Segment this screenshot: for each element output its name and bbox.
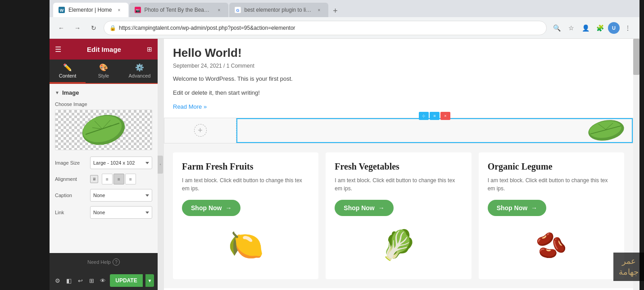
align-right-button[interactable]: ≡ <box>125 174 136 184</box>
align-center-button[interactable]: ≡ <box>113 174 124 184</box>
sidebar-bottom: ⚙ ◧ ↩ ⊞ 👁 UPDATE ▼ <box>50 271 158 290</box>
toolbar-move-button[interactable]: ⊹ <box>419 112 429 120</box>
address-bar: ← → ↻ 🔒 https://campingtalent.com/wp-adm… <box>50 17 639 39</box>
toolbar-settings-button[interactable]: ≡ <box>430 112 440 120</box>
alignment-monitor-icon: 🖥 <box>90 175 98 183</box>
browser-icons: 🔍 ☆ 👤 🧩 U ⋮ <box>550 22 634 34</box>
leaf-preview-svg <box>79 112 128 148</box>
content-icon: ✏️ <box>63 63 72 72</box>
image-size-label: Image Size <box>55 160 86 166</box>
shop-now-label-fruits: Shop Now <box>191 204 222 212</box>
advanced-icon: ⚙️ <box>135 63 144 72</box>
tab-favicon-wp: W <box>59 7 65 13</box>
caption-select[interactable]: None <box>90 189 152 202</box>
product-image-vegetables: 🥬 <box>335 221 462 270</box>
tab-advanced[interactable]: ⚙️ Advanced <box>122 60 158 83</box>
tab-google[interactable]: G best elementor plugin to list pos... × <box>229 3 328 17</box>
forward-button[interactable]: → <box>71 22 84 34</box>
fruit-emoji: 🍋 <box>228 228 264 262</box>
settings-icon[interactable]: ⚙ <box>53 275 62 286</box>
image-size-row: Image Size Large - 1024 x 102 <box>55 157 152 169</box>
image-size-select[interactable]: Large - 1024 x 102 <box>90 157 152 169</box>
alignment-row: Alignment 🖥 ≡ ≡ ≡ <box>55 174 152 184</box>
preview-icon[interactable]: 👁 <box>99 275 107 286</box>
grid-icon[interactable]: ⊞ <box>147 46 152 53</box>
tab-title-google: best elementor plugin to list pos... <box>245 7 312 13</box>
tab-advanced-label: Advanced <box>129 73 151 78</box>
bookmark-icon[interactable]: ☆ <box>565 22 577 34</box>
align-left-button[interactable]: ≡ <box>102 174 113 184</box>
products-section: Farm Fresh Fruits I am text block. Click… <box>164 143 633 288</box>
product-desc-fruits: I am text block. Click edit button to ch… <box>182 176 309 193</box>
menu-icon[interactable]: ⋮ <box>621 22 634 34</box>
url-text: https://campingtalent.com/wp-admin/post.… <box>119 25 295 31</box>
image-section-header: ▼ Image <box>55 89 152 96</box>
leaf-section: + ⊹ ≡ × <box>164 118 633 143</box>
sidebar-header: ☰ Edit Image ⊞ <box>50 39 158 60</box>
link-label: Link <box>55 210 86 215</box>
tab-close-elementor[interactable]: × <box>116 6 123 14</box>
content-area: ‹ Hello World! September 24, 2021 / 1 Co… <box>158 39 639 290</box>
tab-content[interactable]: ✏️ Content <box>50 60 86 83</box>
alignment-label: Alignment <box>55 176 86 182</box>
shop-now-button-legume[interactable]: Shop Now → <box>488 200 546 216</box>
image-section-label: Image <box>62 89 79 96</box>
post-meta: September 24, 2021 / 1 Comment <box>173 63 624 69</box>
leaf-column[interactable]: ⊹ ≡ × <box>236 118 633 143</box>
extensions-icon[interactable]: 🧩 <box>594 22 606 34</box>
sidebar-content: ▼ Image Choose Image <box>50 84 158 253</box>
tab-elementor[interactable]: W Elementor | Home × <box>53 3 128 17</box>
shop-arrow-legume: → <box>531 204 537 212</box>
tab-title-photo: Photo of Tent By the Beach - Fre... <box>145 7 212 13</box>
watermark-line2: جهامة <box>619 267 639 277</box>
search-icon[interactable]: 🔍 <box>550 22 563 34</box>
tab-favicon-photo: 📷 <box>135 7 141 13</box>
undo-icon[interactable]: ↩ <box>76 275 85 286</box>
browser-window: W Elementor | Home × 📷 Photo of Tent By … <box>50 0 639 290</box>
align-buttons: ≡ ≡ ≡ <box>102 174 136 184</box>
back-button[interactable]: ← <box>55 22 68 34</box>
collapse-handle[interactable]: ‹ <box>158 156 163 174</box>
tab-style[interactable]: 🎨 Style <box>86 60 122 83</box>
shop-now-button-vegetables[interactable]: Shop Now → <box>335 200 393 216</box>
svg-text:📷: 📷 <box>136 8 140 13</box>
tab-favicon-google: G <box>235 7 241 13</box>
tab-content-label: Content <box>59 73 77 78</box>
link-select[interactable]: None <box>90 206 152 219</box>
toolbar-close-button[interactable]: × <box>440 112 450 120</box>
tab-photo[interactable]: 📷 Photo of Tent By the Beach - Fre... × <box>129 3 228 17</box>
layers-icon[interactable]: ◧ <box>64 275 73 286</box>
main-layout: ☰ Edit Image ⊞ ✏️ Content 🎨 Style ⚙️ Adv… <box>50 39 639 290</box>
need-help-section: Need Help ? <box>50 253 158 271</box>
tab-style-label: Style <box>98 73 109 78</box>
hamburger-icon[interactable]: ☰ <box>55 45 61 54</box>
profile-icon[interactable]: 👤 <box>579 22 592 34</box>
post-content-line1: Welcome to WordPress. This is your first… <box>173 74 624 84</box>
scroll-thumb[interactable] <box>633 39 639 75</box>
update-arrow-button[interactable]: ▼ <box>145 274 154 287</box>
refresh-button[interactable]: ↻ <box>87 22 100 34</box>
update-button[interactable]: UPDATE <box>110 274 142 287</box>
help-icon[interactable]: ? <box>113 258 120 266</box>
new-tab-button[interactable]: + <box>329 5 342 17</box>
history-icon[interactable]: ⊞ <box>87 275 96 286</box>
post-content-line2: Edit or delete it, then start writing! <box>173 88 624 98</box>
image-preview[interactable] <box>55 110 152 150</box>
need-help-label: Need Help <box>87 259 111 265</box>
tab-close-photo[interactable]: × <box>216 6 223 14</box>
sidebar: ☰ Edit Image ⊞ ✏️ Content 🎨 Style ⚙️ Adv… <box>50 39 158 290</box>
add-column: + <box>164 118 236 143</box>
url-bar[interactable]: 🔒 https://campingtalent.com/wp-admin/pos… <box>104 21 547 35</box>
choose-image-label: Choose Image <box>55 101 152 107</box>
section-arrow-icon: ▼ <box>55 90 59 95</box>
svg-text:G: G <box>236 8 239 13</box>
tab-title-elementor: Elementor | Home <box>68 7 112 13</box>
product-title-legume: Organic Legume <box>488 161 615 172</box>
tab-close-google[interactable]: × <box>316 6 323 14</box>
shop-now-button-fruits[interactable]: Shop Now → <box>182 200 240 216</box>
add-plus-button[interactable]: + <box>194 124 207 137</box>
watermark: عمر جهامة <box>613 253 644 281</box>
avatar[interactable]: U <box>608 22 620 34</box>
read-more-link[interactable]: Read More » <box>173 103 207 110</box>
caption-row: Caption None <box>55 189 152 202</box>
